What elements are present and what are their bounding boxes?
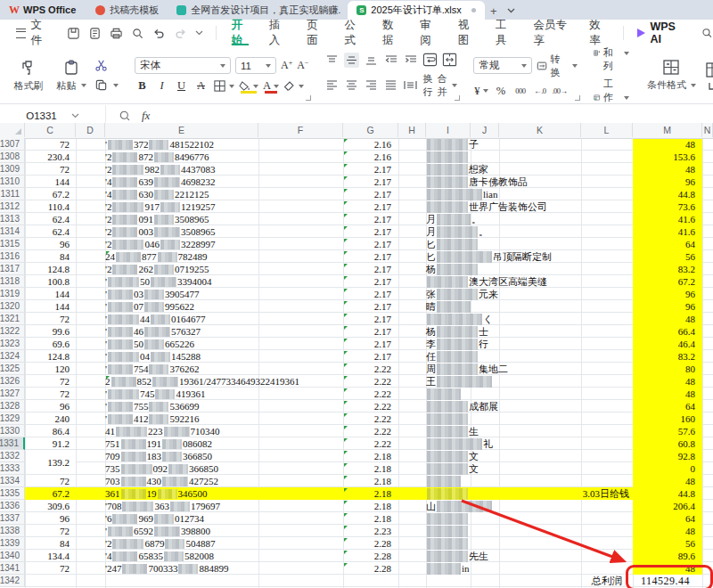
cell-col-m[interactable]: 64	[633, 512, 702, 525]
cell-col-c[interactable]: 309.6	[25, 500, 76, 512]
row-header[interactable]: 1317	[0, 263, 25, 275]
increase-decimal-button[interactable]: ←.0	[532, 84, 547, 99]
cell-col-m[interactable]: 48	[633, 375, 702, 388]
row-header[interactable]: 1322	[0, 325, 25, 338]
cell-col-c[interactable]: 134.4	[25, 550, 76, 562]
fill-color-button[interactable]	[239, 78, 258, 94]
row-header[interactable]: 1336	[0, 500, 25, 512]
cell-col-c[interactable]: 84	[25, 537, 76, 550]
cell-col-m[interactable]: 41.6	[633, 213, 702, 225]
cell-col-i[interactable]: 李行	[426, 338, 488, 350]
thousands-format-button[interactable]: 000	[512, 84, 528, 99]
cell-col-k[interactable]	[499, 275, 631, 288]
align-center-button[interactable]	[344, 78, 359, 93]
cell-col-g[interactable]: 2.18	[343, 450, 395, 462]
column-header-H[interactable]: H	[398, 123, 426, 137]
cell-col-m[interactable]: 64	[633, 238, 702, 250]
menu-item[interactable]: 页面	[297, 20, 334, 46]
row-header[interactable]: 1332	[0, 450, 25, 462]
cell-col-e[interactable]: 735092366850	[105, 462, 551, 475]
menu-item[interactable]: 公式	[335, 20, 373, 46]
magnifier-icon[interactable]	[119, 110, 131, 122]
cell-col-m[interactable]: 56	[633, 537, 702, 550]
italic-button[interactable]: I	[154, 78, 169, 94]
menu-item[interactable]: 视图	[448, 20, 486, 46]
cell-col-k[interactable]	[499, 238, 631, 250]
cell-col-i[interactable]: 张元来	[426, 288, 498, 300]
cell-col-e[interactable]: '412592216	[105, 412, 551, 425]
cell-col-m[interactable]: 96	[633, 288, 702, 300]
borders-button[interactable]	[213, 78, 234, 94]
cell-col-i[interactable]: lian	[426, 188, 498, 200]
cell-col-c[interactable]: 72	[25, 163, 76, 176]
row-header[interactable]: 1309	[0, 163, 25, 176]
cell-col-m[interactable]: 153.6	[633, 151, 702, 163]
clear-format-button[interactable]	[283, 78, 304, 94]
cell-col-g[interactable]: 2.17	[343, 225, 395, 238]
cell-col-g[interactable]: 2.23	[343, 525, 395, 537]
menu-item[interactable]: 数据	[373, 20, 410, 46]
save-icon[interactable]	[67, 27, 80, 40]
wps-ai-button[interactable]: WPS AI	[628, 20, 693, 45]
row-header[interactable]: 1338	[0, 525, 25, 537]
cell-col-i[interactable]	[426, 151, 469, 163]
cell-col-c[interactable]: 62.4	[25, 213, 76, 225]
align-top-button[interactable]	[324, 53, 340, 68]
row-header[interactable]: 1334	[0, 475, 25, 487]
cell-col-m[interactable]: 44.8	[633, 188, 702, 200]
wrap-text-icon[interactable]	[422, 53, 438, 68]
cell-col-g[interactable]: 2.16	[343, 151, 395, 163]
cell-col-c[interactable]: 67.2	[25, 188, 76, 200]
cell-col-i[interactable]	[426, 487, 469, 500]
cell-col-g[interactable]: 2.22	[343, 363, 395, 375]
cell-col-c[interactable]: 99.6	[25, 325, 76, 338]
select-all-corner[interactable]	[0, 123, 25, 137]
cell-col-k[interactable]	[499, 151, 631, 163]
cell-col-k[interactable]	[499, 263, 631, 275]
cell-col-g[interactable]: 2.22	[343, 400, 395, 412]
cell-col-e[interactable]: '6592398800	[105, 525, 551, 537]
cell-col-k[interactable]	[499, 313, 631, 325]
cell-col-k[interactable]	[499, 213, 631, 225]
cell-col-m[interactable]: 48	[633, 388, 702, 400]
cell-col-i[interactable]: 任	[426, 350, 479, 363]
cell-col-c[interactable]: 84	[25, 250, 76, 263]
column-header-L[interactable]: L	[581, 123, 633, 137]
cell-col-c[interactable]: 62.4	[25, 225, 76, 238]
cell-col-k[interactable]	[499, 425, 631, 437]
cell-col-m[interactable]: 73.6	[633, 200, 702, 213]
cell-col-m[interactable]: 48	[633, 562, 702, 575]
row-header[interactable]: 1314	[0, 225, 25, 238]
increase-indent-button[interactable]	[403, 53, 418, 68]
output-icon[interactable]	[88, 27, 102, 40]
rows-columns-button[interactable]: 行和列	[594, 46, 629, 73]
cell-col-g[interactable]: 2.18	[343, 512, 395, 525]
cell-col-k[interactable]	[499, 163, 631, 176]
cell-col-c[interactable]: 72	[25, 388, 76, 400]
cell-col-g[interactable]: 2.17	[343, 263, 395, 275]
cell-col-k[interactable]	[499, 400, 631, 412]
wps-office-logo[interactable]: W WPS Office	[4, 0, 86, 20]
cell-col-g[interactable]: 2.22	[343, 425, 395, 437]
menu-item[interactable]: 开始	[221, 20, 258, 46]
cell-col-m[interactable]: 89.6	[633, 550, 702, 562]
cell-col-e[interactable]: '26879504887	[105, 537, 551, 550]
cell-col-e[interactable]: '247700333884899	[105, 562, 551, 575]
column-header-I[interactable]: I	[426, 123, 471, 137]
row-header[interactable]: 1323	[0, 338, 25, 350]
cell-col-m[interactable]: 83.2	[633, 350, 702, 363]
cell-col-e[interactable]: '22620719255	[105, 263, 551, 275]
cell-col-c[interactable]: 110.4	[25, 200, 76, 213]
cell-col-i[interactable]: 周集地二	[426, 363, 508, 375]
decrease-font-button[interactable]: A−	[297, 59, 308, 72]
cell-col-c[interactable]: 139.2	[25, 450, 76, 462]
cell-col-g[interactable]: 2.17	[343, 313, 395, 325]
cell-col-k[interactable]	[499, 200, 631, 213]
column-header-C[interactable]: C	[25, 123, 76, 137]
cell-col-i[interactable]	[426, 512, 469, 525]
cell-col-g[interactable]: 2.17	[343, 188, 395, 200]
cell-col-i[interactable]	[426, 525, 469, 537]
cell-col-k[interactable]	[499, 525, 631, 537]
new-tab-button[interactable]: +	[485, 2, 503, 20]
cell-col-m[interactable]: 48	[633, 163, 702, 176]
